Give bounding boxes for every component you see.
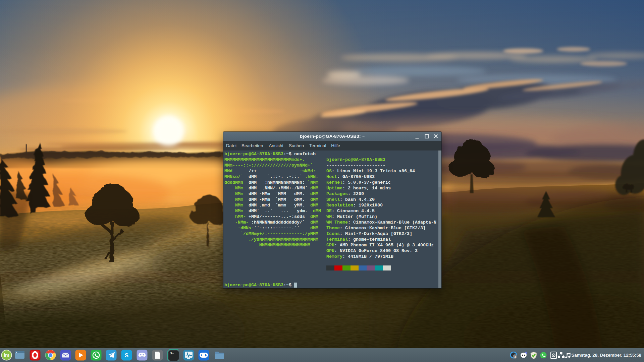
- svg-text:lm: lm: [4, 353, 9, 358]
- svg-text:$: $: [170, 352, 172, 355]
- svg-text:S: S: [125, 352, 128, 359]
- svg-text:3: 3: [514, 355, 516, 358]
